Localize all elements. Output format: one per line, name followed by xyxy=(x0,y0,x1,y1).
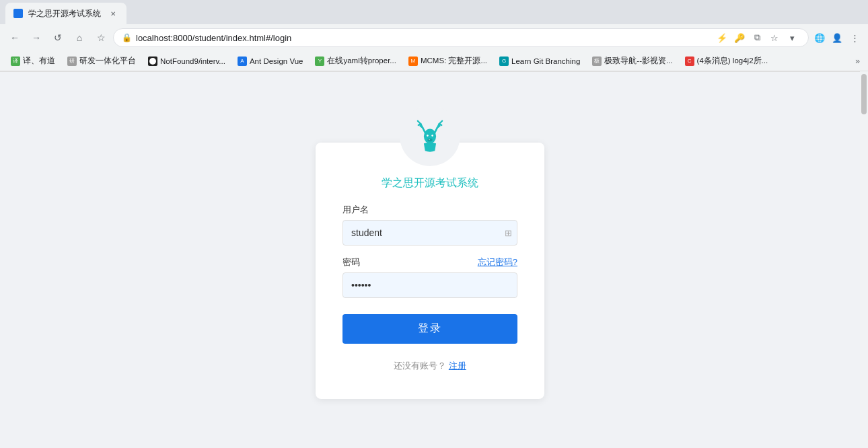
system-title: 学之思开源考试系统 xyxy=(342,176,517,190)
active-tab[interactable]: 学之思开源考试系统 ✕ xyxy=(5,3,126,24)
forward-button[interactable]: → xyxy=(27,28,46,47)
address-bar[interactable]: 🔒 localhost:8000/student/index.html#/log… xyxy=(113,28,809,47)
dropdown-icon[interactable]: ▾ xyxy=(784,30,800,46)
address-right-icons: ⚡ 🔑 ⧉ ☆ ▾ xyxy=(714,30,800,46)
tab-close-button[interactable]: ✕ xyxy=(108,8,118,19)
translate-icon[interactable]: ⚡ xyxy=(714,30,730,46)
svg-point-0 xyxy=(149,58,156,65)
avatar xyxy=(400,106,460,166)
scrollbar[interactable] xyxy=(860,71,868,448)
bookmark-label: 在线yaml转proper... xyxy=(327,56,396,66)
key-icon[interactable]: 🔑 xyxy=(731,30,748,46)
address-bar-row: ← → ↺ ⌂ ☆ 🔒 localhost:8000/student/index… xyxy=(0,24,868,51)
tab-bar: 学之思开源考试系统 ✕ xyxy=(0,0,868,24)
bookmark-favicon: M xyxy=(408,57,418,66)
bookmark-favicon: G xyxy=(499,57,509,66)
bookmark-item-youdao[interactable]: 译 译、有道 xyxy=(5,53,61,69)
svg-point-15 xyxy=(429,139,430,139)
bookmark-item-notfound[interactable]: NotFound9/interv... xyxy=(143,53,231,69)
deer-logo-icon xyxy=(413,119,447,153)
svg-line-3 xyxy=(419,124,421,125)
copy-icon[interactable]: ⧉ xyxy=(749,30,765,46)
url-text: localhost:8000/student/index.html#/login xyxy=(136,33,291,43)
bookmark-item-mcms[interactable]: M MCMS: 完整开源... xyxy=(403,53,493,69)
svg-line-9 xyxy=(435,127,437,132)
bookmark-favicon xyxy=(148,57,157,66)
reload-button[interactable]: ↺ xyxy=(48,28,67,47)
page-content: 学之思开源考试系统 用户名 ⊞ 密码 忘记密码? 登录 还没有账号？ 注册 xyxy=(0,72,860,448)
bookmark-item-antdesign[interactable]: A Ant Design Vue xyxy=(232,53,308,69)
bookmark-favicon: 译 xyxy=(11,57,20,66)
toolbar-icons: 🌐 👤 ⋮ xyxy=(811,30,863,46)
tab-title: 学之思开源考试系统 xyxy=(28,8,102,20)
svg-line-4 xyxy=(423,127,425,132)
svg-point-14 xyxy=(427,138,432,141)
username-input[interactable] xyxy=(342,220,517,246)
bookmark-item-platform[interactable]: 研 研发一体化平台 xyxy=(62,53,141,69)
bookmark-item-git[interactable]: G Learn Git Branching xyxy=(494,53,585,69)
password-input-wrap xyxy=(342,272,517,298)
register-link[interactable]: 注册 xyxy=(449,361,466,371)
browser-chrome: 学之思开源考试系统 ✕ ← → ↺ ⌂ ☆ 🔒 localhost:8000/s… xyxy=(0,0,868,72)
bookmarks-overflow-button[interactable]: » xyxy=(853,55,863,67)
password-header: 密码 忘记密码? xyxy=(342,256,517,268)
no-account-text: 还没有账号？ xyxy=(394,361,446,371)
svg-point-12 xyxy=(427,135,429,137)
bookmark-favicon: Y xyxy=(315,57,324,66)
bookmark-label: MCMS: 完整开源... xyxy=(421,56,487,66)
bookmark-item-log4j[interactable]: C (4条消息) log4j2所... xyxy=(680,53,774,69)
bookmark-label: (4条消息) log4j2所... xyxy=(697,56,768,66)
bookmark-label: 研发一体化平台 xyxy=(79,56,136,66)
username-icon: ⊞ xyxy=(505,227,512,237)
bookmark-favicon: A xyxy=(238,57,247,66)
bookmark-label: 极致导航--影视资... xyxy=(604,56,672,66)
star-icon[interactable]: ☆ xyxy=(766,30,783,46)
bookmark-favicon: 极 xyxy=(592,57,602,66)
bookmark-item-yaml[interactable]: Y 在线yaml转proper... xyxy=(310,53,401,69)
username-group: 用户名 ⊞ xyxy=(342,204,517,246)
password-input[interactable] xyxy=(342,272,517,298)
tab-favicon xyxy=(13,9,23,18)
register-row: 还没有账号？ 注册 xyxy=(342,360,517,372)
bookmarks-bar: 译 译、有道 研 研发一体化平台 NotFound9/interv... A A… xyxy=(0,51,868,71)
bookmark-item-jizhidaohang[interactable]: 极 极致导航--影视资... xyxy=(587,53,678,69)
lock-icon: 🔒 xyxy=(122,33,132,42)
login-button[interactable]: 登录 xyxy=(342,314,517,344)
back-button[interactable]: ← xyxy=(5,28,24,47)
bookmark-star-button[interactable]: ☆ xyxy=(92,28,110,47)
more-icon[interactable]: ⋮ xyxy=(846,30,863,46)
username-label: 用户名 xyxy=(342,204,517,216)
forgot-password-link[interactable]: 忘记密码? xyxy=(478,256,517,268)
bookmark-label: Ant Design Vue xyxy=(250,57,303,65)
bookmark-favicon: 研 xyxy=(67,57,77,66)
bookmark-label: Learn Git Branching xyxy=(511,57,580,65)
svg-point-13 xyxy=(431,135,433,137)
login-card: 学之思开源考试系统 用户名 ⊞ 密码 忘记密码? 登录 还没有账号？ 注册 xyxy=(316,143,544,399)
extensions-icon[interactable]: 🌐 xyxy=(811,30,828,46)
username-input-wrap: ⊞ xyxy=(342,220,517,246)
profile-icon[interactable]: 👤 xyxy=(829,30,845,46)
bookmark-label: 译、有道 xyxy=(23,56,55,66)
scrollbar-thumb[interactable] xyxy=(861,74,867,114)
bookmark-label: NotFound9/interv... xyxy=(160,57,225,65)
svg-line-8 xyxy=(439,124,442,125)
home-button[interactable]: ⌂ xyxy=(70,28,89,47)
bookmark-favicon: C xyxy=(685,57,694,66)
password-label: 密码 xyxy=(342,256,360,268)
password-group: 密码 忘记密码? xyxy=(342,256,517,298)
